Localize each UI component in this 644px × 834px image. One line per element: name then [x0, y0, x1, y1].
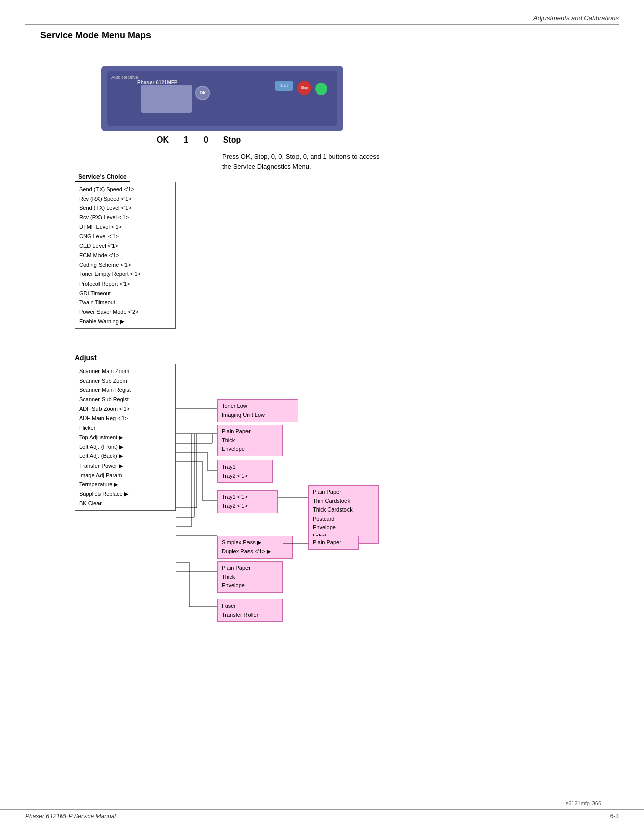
printer-buttons-right: Start Stop: [275, 81, 327, 95]
pink-box-item: Imaging Unit Low: [222, 411, 293, 420]
pink-box-item: Thick Cardstock: [313, 505, 374, 515]
pink-box-item: Simplex Pass ▶: [222, 538, 288, 547]
services-choice-item: ECM Mode <'1>: [79, 251, 171, 260]
toner-low-box: Toner LowImaging Unit Low: [217, 399, 298, 422]
one-label: 1: [184, 135, 188, 145]
printer-brand: Auto Receive: [111, 75, 138, 80]
adjust-item: Top Adjustment ▶: [79, 433, 171, 442]
pink-box-item: Plain Paper: [222, 564, 278, 573]
printer-green-button: [315, 83, 327, 95]
adjust-item: Left Adj. (Back) ▶: [79, 451, 171, 461]
pink-box-item: Tray2 <'1>: [222, 472, 268, 481]
services-choice-item: GDI Timeout: [79, 289, 171, 298]
fig-caption: s6121mfp-366: [566, 800, 601, 806]
adjust-label: Adjust: [75, 354, 97, 362]
services-choice-item: CNG Level <'1>: [79, 231, 171, 241]
plain-duplex-box: Plain Paper: [308, 536, 359, 550]
services-choice-item: Twain Timeout: [79, 298, 171, 307]
plain-paper-box-1: Plain PaperThickEnvelope: [217, 425, 283, 456]
services-choice-item: Enable Warning ▶: [79, 317, 171, 327]
printer-start-button: Start: [275, 81, 293, 91]
pink-box-item: Plain Paper: [313, 488, 374, 497]
adjust-item: Termperature ▶: [79, 480, 171, 489]
pink-box-item: Plain Paper: [313, 538, 354, 547]
services-choice-item: DTMF Level <'1>: [79, 222, 171, 232]
instruction-text: Press OK, Stop, 0, 0, Stop, 0, and 1 but…: [222, 152, 384, 171]
pink-box-item: Tray1 <'1>: [222, 493, 273, 502]
plain-paper-box-2: Plain PaperThickEnvelope: [217, 561, 283, 593]
zero-label: 0: [204, 135, 208, 145]
simplex-box: Simplex Pass ▶Duplex Pass <'1> ▶: [217, 536, 293, 559]
page-title: Service Mode Menu Maps: [40, 30, 151, 41]
adjust-item: Scanner Main Regist: [79, 385, 171, 395]
printer-model: Phaser 6121MFP: [137, 80, 178, 85]
services-choice-item: Power Saver Mode <'2>: [79, 307, 171, 317]
adjust-item: Transfer Power ▶: [79, 461, 171, 471]
adjust-item: BK Clear: [79, 499, 171, 508]
adjust-item: Scanner Sub Zoom: [79, 376, 171, 386]
printer-stop-button: Stop: [297, 81, 311, 95]
pink-box-item: Tray1: [222, 462, 268, 472]
printer-screen: [141, 85, 192, 113]
adjust-item: Image Adj Param: [79, 471, 171, 480]
top-rule: [25, 24, 619, 25]
footer-right: 6-3: [610, 813, 619, 820]
footer: Phaser 6121MFP Service Manual 6-3: [0, 809, 644, 820]
title-rule: [40, 47, 604, 47]
pink-box-item: Thick: [222, 573, 278, 582]
adjust-item: Scanner Sub Regist: [79, 395, 171, 404]
services-choice-item: Coding Scheme <'1>: [79, 260, 171, 270]
services-choice-box: Send (TX) Speed <'1>Rcv (RX) Speed <'1>S…: [75, 182, 176, 329]
printer-panel: Auto Receive Phaser 6121MFP OK Start Sto…: [101, 66, 343, 131]
pink-box-item: Thin Cardstock: [313, 497, 374, 506]
adjust-box: Scanner Main ZoomScanner Sub ZoomScanner…: [75, 364, 176, 511]
pink-box-item: Envelope: [313, 523, 374, 532]
services-choice-item: Rcv (RX) Speed <'1>: [79, 194, 171, 204]
services-choice-item: Toner Empty Report <'1>: [79, 269, 171, 279]
printer-ok-button: OK: [195, 86, 210, 100]
services-choice-label: Service's Choice: [75, 172, 130, 182]
pink-box-item: Envelope: [222, 581, 278, 590]
services-choice-item: Send (TX) Level <'1>: [79, 203, 171, 213]
services-choice-item: Send (TX) Speed <'1>: [79, 184, 171, 194]
pink-box-item: Envelope: [222, 445, 278, 454]
pink-box-item: Transfer Roller: [222, 611, 278, 620]
adjust-item: Left Adj. (Front) ▶: [79, 442, 171, 452]
services-choice-item: Protocol Report <'1>: [79, 279, 171, 289]
pink-box-item: Postcard: [313, 515, 374, 524]
plain-cardstock-box: Plain PaperThin CardstockThick Cardstock…: [308, 485, 379, 544]
pink-box-item: Plain Paper: [222, 427, 278, 436]
tray2-box: Tray1 <'1>Tray2 <'1>: [217, 490, 278, 513]
pink-box-item: Duplex Pass <'1> ▶: [222, 547, 288, 557]
footer-left: Phaser 6121MFP Service Manual: [25, 813, 116, 820]
ok-label: OK: [157, 135, 169, 145]
tray1-box: Tray1Tray2 <'1>: [217, 460, 273, 483]
header-title: Adjustments and Calibrations: [533, 14, 619, 22]
button-labels: OK 1 0 Stop: [157, 135, 241, 145]
stop-label: Stop: [223, 135, 241, 145]
adjust-item: Flicker: [79, 423, 171, 433]
pink-box-item: Fuser: [222, 601, 278, 611]
pink-box-item: Toner Low: [222, 402, 293, 411]
pink-box-item: Tray2 <'1>: [222, 502, 273, 511]
adjust-item: Scanner Main Zoom: [79, 366, 171, 376]
fuser-box: FuserTransfer Roller: [217, 599, 283, 622]
services-choice-item: Rcv (RX) Level <'1>: [79, 213, 171, 222]
services-choice-item: CED Level <'1>: [79, 241, 171, 251]
pink-box-item: Thick: [222, 436, 278, 445]
adjust-item: Supplies Replace ▶: [79, 489, 171, 499]
adjust-item: ADF Sub Zoom <'1>: [79, 404, 171, 414]
adjust-item: ADF Main Reg <'1>: [79, 413, 171, 423]
